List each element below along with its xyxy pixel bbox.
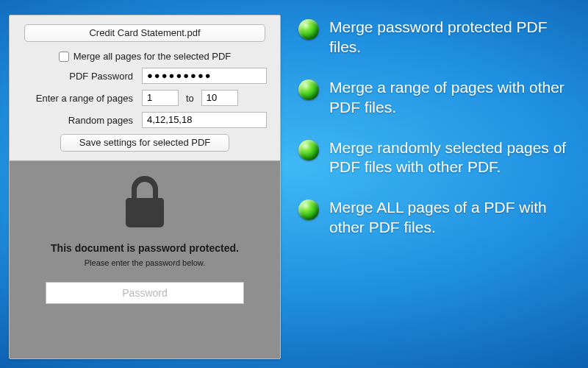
range-to-input[interactable]: 10 bbox=[201, 90, 238, 106]
range-from-input[interactable]: 1 bbox=[142, 90, 179, 106]
range-label: Enter a range of pages bbox=[21, 93, 136, 104]
feature-item: Merge a range of pages with other PDF fi… bbox=[298, 78, 575, 118]
feature-item: Merge password protected PDF files. bbox=[298, 18, 575, 57]
settings-panel: Credit Card Statement.pdf Merge all page… bbox=[9, 15, 281, 359]
features-list: Merge password protected PDF files. Merg… bbox=[281, 0, 588, 368]
feature-text: Merge password protected PDF files. bbox=[329, 18, 575, 57]
lock-icon bbox=[121, 174, 168, 229]
feature-text: Merge randomly selected pages of PDF fil… bbox=[329, 138, 575, 178]
range-to-label: to bbox=[186, 93, 194, 104]
locked-document-area: This document is password protected. Ple… bbox=[10, 160, 280, 358]
merge-all-checkbox[interactable] bbox=[59, 52, 69, 62]
settings-form: Credit Card Statement.pdf Merge all page… bbox=[10, 15, 280, 160]
merge-all-label: Merge all pages for the selected PDF bbox=[74, 51, 232, 62]
password-row: PDF Password ●●●●●●●●● bbox=[21, 68, 270, 84]
file-dropdown[interactable]: Credit Card Statement.pdf bbox=[24, 24, 265, 42]
bullet-icon bbox=[298, 199, 319, 220]
locked-password-input[interactable]: Password bbox=[46, 282, 244, 304]
feature-text: Merge ALL pages of a PDF with other PDF … bbox=[329, 198, 575, 238]
save-settings-label: Save settings for selected PDF bbox=[79, 137, 210, 148]
feature-item: Merge randomly selected pages of PDF fil… bbox=[298, 138, 575, 178]
save-settings-button[interactable]: Save settings for selected PDF bbox=[60, 134, 229, 152]
bullet-icon bbox=[298, 79, 319, 100]
merge-all-row: Merge all pages for the selected PDF bbox=[20, 51, 270, 62]
locked-title: This document is password protected. bbox=[51, 242, 239, 254]
random-label: Random pages bbox=[21, 115, 136, 126]
bullet-icon bbox=[298, 140, 319, 160]
password-label: PDF Password bbox=[21, 71, 136, 82]
random-row: Random pages 4,12,15,18 bbox=[21, 112, 270, 128]
bullet-icon bbox=[298, 19, 319, 40]
password-input[interactable]: ●●●●●●●●● bbox=[142, 68, 267, 84]
range-row: Enter a range of pages 1 to 10 bbox=[21, 90, 270, 106]
feature-text: Merge a range of pages with other PDF fi… bbox=[329, 78, 575, 118]
file-dropdown-label: Credit Card Statement.pdf bbox=[89, 27, 200, 38]
feature-item: Merge ALL pages of a PDF with other PDF … bbox=[298, 198, 575, 238]
random-input[interactable]: 4,12,15,18 bbox=[142, 112, 267, 128]
locked-subtitle: Please enter the password below. bbox=[85, 258, 206, 267]
